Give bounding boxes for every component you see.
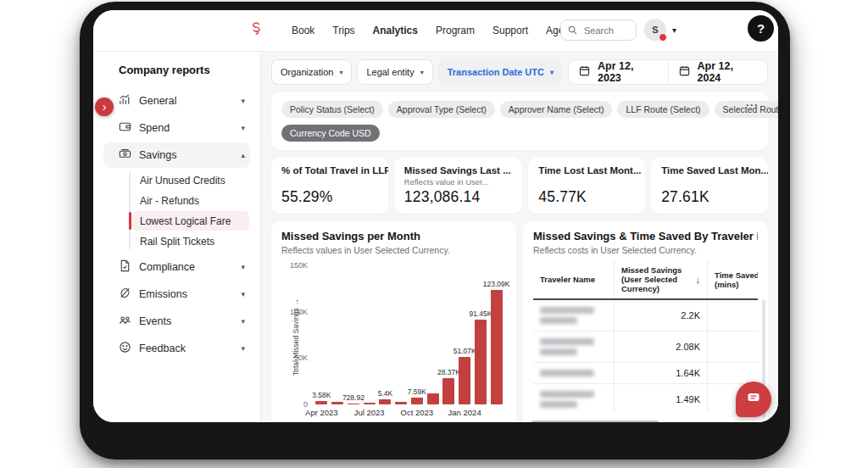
- table-scroll-area[interactable]: Traveler NameMissed Savings (User Select…: [533, 260, 758, 411]
- sidebar-subitem-air-unused-credits[interactable]: Air Unused Credits: [131, 170, 249, 190]
- document-icon: [119, 259, 131, 276]
- bar-oct-2023[interactable]: [411, 398, 423, 404]
- more-filters-button[interactable]: ⋯: [745, 98, 758, 113]
- organization-dropdown[interactable]: Organization ▾: [271, 59, 352, 85]
- nav-item-trips[interactable]: Trips: [332, 25, 354, 36]
- bar-jan-2024[interactable]: [459, 357, 470, 404]
- bar-slot: 91.45K: [473, 320, 489, 404]
- nav-item-program[interactable]: Program: [436, 25, 475, 36]
- sidebar-item-savings[interactable]: Savings▴: [103, 142, 250, 168]
- sidebar-subitem-air-refunds[interactable]: Air - Refunds: [131, 191, 249, 210]
- chevron-down-icon: ▾: [241, 344, 245, 353]
- filter-chip[interactable]: LLF Route (Select): [617, 101, 709, 118]
- plot-area: 3.58K728.925.4K7.59K28.37K51.07K91.45K12…: [312, 260, 506, 420]
- date-from-field[interactable]: Apr 12, 2023: [569, 60, 668, 84]
- column-label: Time Saved (mins): [715, 270, 758, 289]
- sidebar-item-compliance[interactable]: Compliance▾: [103, 254, 250, 280]
- bar-value-label: 3.58K: [312, 391, 331, 399]
- wallet-icon: [119, 120, 131, 136]
- kpi-card-2[interactable]: Time Lost Last Mont...45.77K: [528, 158, 645, 214]
- date-range-picker: Apr 12, 2023 Apr 12, 2024: [568, 59, 768, 85]
- kpi-value: 27.61K: [661, 188, 758, 206]
- redacted-text: [540, 370, 594, 376]
- help-button[interactable]: ?: [748, 15, 774, 42]
- top-nav: BookTripsAnalyticsProgramSupportAgent S …: [93, 10, 778, 52]
- charts-row: Missed Savings per Month Reflects values…: [271, 221, 768, 422]
- date-to-field[interactable]: Apr 12, 2024: [668, 60, 768, 84]
- horizontal-scrollbar[interactable]: [531, 421, 659, 422]
- bar-feb-2024[interactable]: [475, 320, 487, 404]
- sidebar-title: Company reports: [93, 64, 260, 76]
- nav-item-support[interactable]: Support: [492, 25, 528, 36]
- bar-sep-2023[interactable]: [395, 402, 407, 404]
- sidebar-item-label: Feedback: [139, 343, 233, 354]
- sidebar-subitem-rail-split-tickets[interactable]: Rail Split Tickets: [131, 231, 249, 251]
- sort-desc-icon[interactable]: ↓: [696, 275, 701, 285]
- filter-chip[interactable]: Policy Status (Select): [281, 101, 383, 118]
- table-row[interactable]: 2.2K-45: [533, 300, 758, 332]
- tree-rail: [129, 172, 131, 249]
- chevron-down-icon: ▾: [241, 124, 245, 132]
- bar-nov-2023[interactable]: [427, 393, 439, 404]
- traveler-name-redacted: [533, 363, 614, 383]
- sidebar-item-spend[interactable]: Spend▾: [103, 115, 250, 141]
- bar-chart: Total Missed Savings → 150K100K50K0 3.58…: [281, 260, 506, 420]
- transaction-date-dropdown[interactable]: Transaction Date UTC ▾: [438, 59, 563, 85]
- table-row[interactable]: 1.49K-10: [533, 384, 758, 411]
- bar-dec-2023[interactable]: [442, 378, 454, 404]
- table-row[interactable]: 1.64K-89: [533, 363, 758, 384]
- sidebar-collapse-button[interactable]: ›: [95, 98, 114, 116]
- search-input[interactable]: [582, 25, 628, 36]
- sidebar-item-emissions[interactable]: Emissions▾: [103, 281, 250, 307]
- reports-sidebar: › Company reports General▾Spend▾Savings▴…: [93, 52, 261, 422]
- bar-value-label: 7.59K: [408, 387, 426, 396]
- leaf-icon: [119, 287, 131, 303]
- people-icon: [119, 314, 131, 330]
- bar-value-label: 728.92: [342, 393, 364, 402]
- column-header-0[interactable]: Traveler Name: [533, 260, 614, 298]
- sidebar-item-feedback[interactable]: Feedback▾: [103, 336, 250, 361]
- nav-item-analytics[interactable]: Analytics: [373, 25, 418, 36]
- chevron-down-icon: ▾: [550, 69, 554, 76]
- filter-chips-card: Policy Status (Select)Approval Type (Sel…: [271, 92, 768, 150]
- y-tick-label: 50K: [294, 354, 308, 362]
- spotnana-logo-icon[interactable]: [248, 20, 264, 42]
- bar-apr-2023[interactable]: [315, 401, 327, 404]
- filter-chip-active[interactable]: Currency Code USD: [281, 125, 380, 142]
- kpi-card-3[interactable]: Time Saved Last Mon...27.61K: [651, 158, 768, 214]
- bar-aug-2023[interactable]: [379, 399, 391, 404]
- table-row[interactable]: 2.08K104: [533, 332, 758, 363]
- sidebar-item-events[interactable]: Events▾: [103, 309, 250, 334]
- avatar[interactable]: S: [644, 19, 666, 41]
- x-tick-label: Apr 2023: [305, 408, 338, 417]
- bar-mar-2024[interactable]: [491, 290, 503, 404]
- account-menu[interactable]: S ▾: [644, 19, 676, 41]
- date-to-value: Apr 12, 2024: [698, 60, 758, 84]
- filter-chip[interactable]: Approval Type (Select): [388, 101, 495, 118]
- body: › Company reports General▾Spend▾Savings▴…: [93, 52, 778, 422]
- chat-icon: [746, 390, 761, 409]
- legal-entity-dropdown[interactable]: Legal entity ▾: [357, 59, 432, 85]
- column-label: Traveler Name: [540, 275, 595, 284]
- kpi-card-1[interactable]: Missed Savings Last ...Reflects value in…: [394, 158, 523, 214]
- bar-slot: [425, 393, 441, 404]
- filter-chip[interactable]: Approver Name (Select): [500, 101, 613, 118]
- bar-jul-2023[interactable]: [364, 403, 376, 404]
- sidebar-subitem-lowest-logical-fare[interactable]: Lowest Logical Fare: [131, 211, 249, 231]
- bar-value-label: 123.09K: [483, 280, 510, 288]
- chart-title: Missed Savings per Month: [281, 230, 506, 242]
- kpi-card-0[interactable]: % of Total Travel in LLF55.29%: [271, 158, 388, 214]
- chevron-down-icon: ▾: [241, 290, 245, 298]
- column-header-2[interactable]: Time Saved (mins): [707, 260, 758, 298]
- nav-item-book[interactable]: Book: [292, 25, 314, 36]
- bar-may-2023[interactable]: [331, 402, 343, 404]
- sidebar-item-general[interactable]: General▾: [103, 88, 250, 114]
- smiley-icon: [119, 341, 131, 357]
- column-header-1[interactable]: Missed Savings (User Selected Currency)↓: [614, 260, 707, 298]
- chat-widget-button[interactable]: [736, 382, 771, 417]
- search-box[interactable]: [560, 20, 637, 41]
- legal-entity-label: Legal entity: [366, 67, 414, 77]
- y-axis: Total Missed Savings → 150K100K50K0: [281, 260, 312, 420]
- column-label: Missed Savings (User Selected Currency): [621, 265, 693, 293]
- bar-jun-2023[interactable]: [348, 404, 359, 405]
